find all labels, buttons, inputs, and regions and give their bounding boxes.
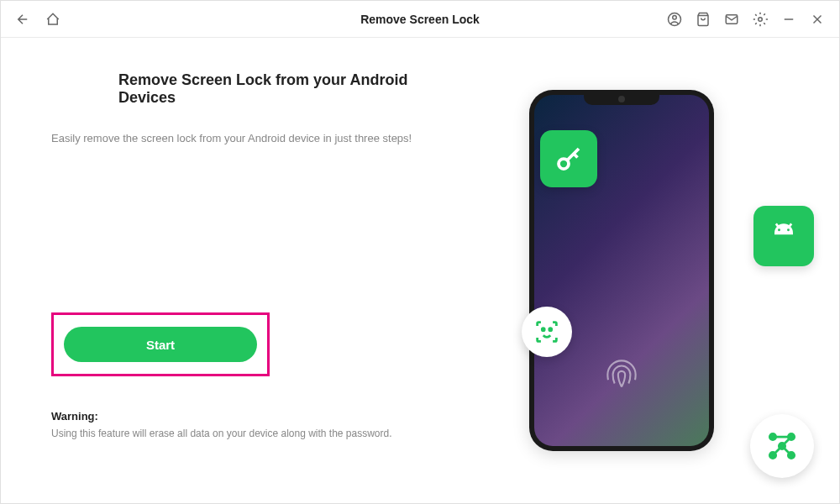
face-id-icon [522, 307, 572, 357]
phone-notch [584, 93, 659, 105]
warning-text: Using this feature will erase all data o… [51, 428, 454, 439]
page-description: Easily remove the screen lock from your … [51, 132, 454, 144]
titlebar: Remove Screen Lock [1, 1, 839, 38]
window-title: Remove Screen Lock [360, 13, 480, 26]
settings-icon[interactable] [752, 11, 769, 28]
left-panel: Remove Screen Lock from your Android Dev… [51, 71, 454, 470]
start-button[interactable]: Start [64, 327, 257, 362]
cart-icon[interactable] [695, 11, 711, 28]
home-button[interactable] [45, 11, 61, 28]
svg-point-11 [549, 328, 552, 331]
warning-section: Warning: Using this feature will erase a… [51, 410, 454, 439]
svg-point-1 [673, 15, 677, 19]
svg-point-8 [778, 228, 780, 231]
titlebar-left [14, 11, 61, 28]
svg-point-9 [787, 228, 790, 231]
pattern-icon [750, 414, 814, 478]
close-button[interactable] [809, 11, 826, 28]
fingerprint-icon [601, 354, 643, 396]
right-panel [454, 71, 789, 470]
svg-point-7 [559, 159, 569, 169]
warning-title: Warning: [51, 410, 454, 423]
content-area: Remove Screen Lock from your Android Dev… [1, 38, 839, 503]
key-icon [540, 130, 597, 187]
app-window: Remove Screen Lock Remove Screen [0, 0, 840, 504]
svg-point-10 [542, 328, 544, 331]
account-icon[interactable] [666, 11, 683, 28]
back-button[interactable] [14, 11, 31, 28]
page-heading: Remove Screen Lock from your Android Dev… [118, 71, 454, 107]
svg-point-3 [759, 17, 763, 21]
mail-icon[interactable] [723, 11, 740, 28]
minimize-button[interactable] [780, 11, 797, 28]
android-icon [753, 206, 814, 266]
start-highlight-box: Start [51, 312, 270, 376]
titlebar-right [666, 11, 826, 28]
